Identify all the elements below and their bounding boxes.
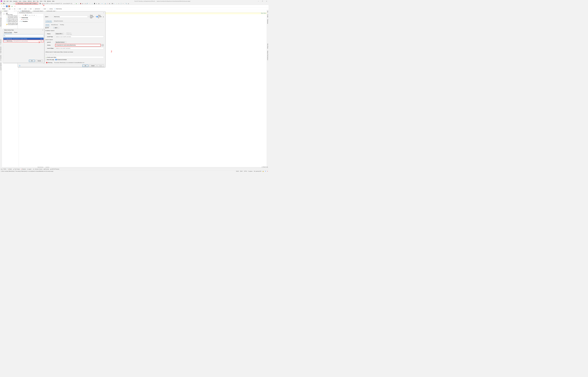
menu-run[interactable]: Run: [36, 0, 39, 2]
project-view-dropdown[interactable]: Android: [4, 10, 7, 12]
tab-word-book[interactable]: Word Book: [267, 43, 268, 50]
result-item[interactable]: Ⓒ ≡ MainActivity_ (indi.pentiumcm.stock.…: [3, 40, 44, 42]
tab-favorites[interactable]: 2: Favorites: [0, 54, 1, 61]
module-dropdown[interactable]: ▸ app ▾: [53, 27, 59, 29]
search-icon[interactable]: ▤: [128, 2, 129, 4]
tab-database[interactable]: Database: [267, 18, 268, 25]
git-compare-icon[interactable]: ⊘: [118, 2, 120, 4]
lock-icon[interactable]: 🔒: [262, 170, 264, 172]
name-input[interactable]: [53, 16, 87, 18]
forward-icon[interactable]: →: [10, 2, 12, 4]
status-hide-icon[interactable]: ◫: [1, 170, 2, 172]
search-input[interactable]: 🔍: [3, 35, 44, 37]
tab-terminal[interactable]: ▣ Terminal: [44, 168, 49, 169]
up-icon[interactable]: ▲: [29, 14, 31, 16]
dashboard-icon[interactable]: ▦: [11, 5, 13, 7]
install-flags-input[interactable]: [55, 36, 104, 38]
back-icon[interactable]: ←: [8, 2, 10, 4]
tab-resource-manager[interactable]: Resource Manager: [0, 16, 1, 27]
status-warning-icon[interactable]: ●: [267, 170, 268, 172]
help-icon[interactable]: ?: [19, 65, 20, 67]
breadcrumb-item[interactable]: stock: [44, 8, 46, 9]
tab-tool-output[interactable]: ▲ Tool Output: [13, 168, 20, 169]
result-item[interactable]: Ⓒ ≡ MainActivity (indi.pentiumcm.stock.a…: [3, 38, 44, 40]
status-git[interactable]: Git: pentiumCM: [254, 170, 261, 172]
target-icon[interactable]: ⦾: [1, 5, 2, 7]
config-group[interactable]: ▾▪Android App: [18, 17, 44, 19]
layout-inspector-icon[interactable]: ⬚: [91, 2, 93, 4]
menu-file[interactable]: FFileile: [3, 0, 6, 2]
breadcrumb-item[interactable]: Stock: [2, 8, 5, 9]
save-icon[interactable]: 💾: [3, 2, 5, 4]
config-item[interactable]: ✖MainActivity: [18, 19, 44, 20]
profile-icon[interactable]: ◔: [84, 2, 86, 4]
tab-search-by-name[interactable]: Search by Name: [4, 31, 12, 34]
avd-icon[interactable]: ▮: [13, 2, 15, 4]
chart1-icon[interactable]: 📊: [104, 2, 106, 4]
wrench-icon[interactable]: 🔧: [27, 14, 29, 16]
status-crlf[interactable]: CRLF: [240, 170, 243, 172]
resource-manager-icon[interactable]: ▦: [98, 2, 100, 4]
tab-gradle[interactable]: Gradle: [267, 13, 268, 18]
launch-dropdown[interactable]: Specified Activity ▾: [55, 41, 66, 43]
apply-changes-icon[interactable]: ⟳: [78, 2, 79, 4]
sort-icon[interactable]: ↕: [35, 14, 37, 16]
down-icon[interactable]: ▼: [55, 54, 57, 56]
cancel-button[interactable]: Cancel: [35, 60, 43, 62]
tab-configuration[interactable]: Configuration: [45, 20, 52, 22]
tab-build[interactable]: 🔨 Build: [8, 168, 12, 169]
activity-input[interactable]: [56, 44, 100, 46]
gb-icon[interactable]: G⁺: [8, 5, 10, 7]
show-this-page-checkbox[interactable]: Show this page: [45, 59, 54, 60]
breadcrumb-item[interactable]: pentiumcm: [35, 8, 40, 9]
breadcrumb-item[interactable]: activity: [49, 8, 53, 9]
codota-icon[interactable]: ●: [101, 2, 103, 4]
chart3-icon[interactable]: ▦: [109, 2, 110, 4]
cancel-button[interactable]: Cancel: [89, 65, 96, 67]
launch-flags-input[interactable]: [55, 47, 104, 49]
copy-icon[interactable]: 📋: [23, 14, 24, 16]
menu-tools[interactable]: Tools: [39, 0, 43, 2]
allow-parallel-checkbox[interactable]: Allow parallel run: [96, 15, 104, 18]
runconfig-dropdown[interactable]: ✖ MainActivity | motorola AOSP on Shama …: [15, 2, 38, 4]
debug-icon[interactable]: 🐞: [80, 2, 81, 4]
before-launch-header[interactable]: ▾ Before launch: Gradle-aware Make, Acti…: [45, 51, 104, 53]
add-icon[interactable]: ＋: [45, 54, 47, 56]
tab-statistic[interactable]: ● Statistic: [21, 168, 26, 169]
close-icon[interactable]: ✕: [103, 12, 104, 13]
breadcrumb-item[interactable]: main: [19, 8, 21, 9]
close-button[interactable]: ✕: [265, 0, 269, 2]
project-tree[interactable]: ▸▸app ▾▪Gradle Scripts ▪build.gradle (Pr…: [2, 12, 19, 25]
device-dropdown[interactable]: 📱 motorola AOSP on Shama (minSdk(API 23)…: [39, 2, 74, 4]
sync-icon[interactable]: ↻: [5, 2, 7, 4]
breadcrumb-item[interactable]: src: [14, 8, 15, 9]
tab-version-control[interactable]: ↕ 9: Version Control: [33, 168, 42, 169]
menu-edit[interactable]: Edit: [6, 0, 9, 2]
stop-icon[interactable]: ■: [88, 2, 90, 4]
minimize-button[interactable]: ─: [256, 0, 260, 2]
tab-structure[interactable]: 7: Structure: [0, 38, 1, 46]
avd-manager-icon[interactable]: 📱: [94, 2, 95, 4]
sdk-manager-icon[interactable]: ⬇: [96, 2, 98, 4]
status-indent[interactable]: 4 spaces: [248, 170, 252, 172]
chart2-icon[interactable]: 📈: [106, 2, 108, 4]
ok-button[interactable]: OK: [82, 65, 88, 67]
git-revert-icon[interactable]: ↶: [122, 2, 124, 4]
config-group[interactable]: ▸🔧Templates: [18, 20, 44, 22]
tab-project[interactable]: Project: [14, 31, 17, 34]
menu-refactor[interactable]: Refactor: [27, 0, 32, 2]
tab-project[interactable]: 1: Project: [0, 10, 1, 16]
add-icon[interactable]: ＋: [18, 14, 20, 16]
breadcrumb-item[interactable]: indi: [30, 8, 32, 9]
forbidden-icon[interactable]: ⊘: [14, 5, 16, 7]
breadcrumb-item[interactable]: app: [9, 8, 10, 9]
wrench-icon[interactable]: 🔧: [125, 2, 127, 4]
status-encoding[interactable]: UTF-8: [244, 170, 247, 172]
tab-todo[interactable]: ≡ 6: TODO: [1, 168, 6, 169]
git-history-icon[interactable]: 🕐: [120, 2, 122, 4]
save-icon[interactable]: 💾: [25, 14, 26, 16]
breadcrumb-item[interactable]: MainActivity: [56, 8, 62, 9]
ga-icon[interactable]: G⁺: [6, 5, 8, 7]
ok-button[interactable]: OK: [29, 60, 35, 62]
coverage-icon[interactable]: ▶: [82, 2, 84, 4]
